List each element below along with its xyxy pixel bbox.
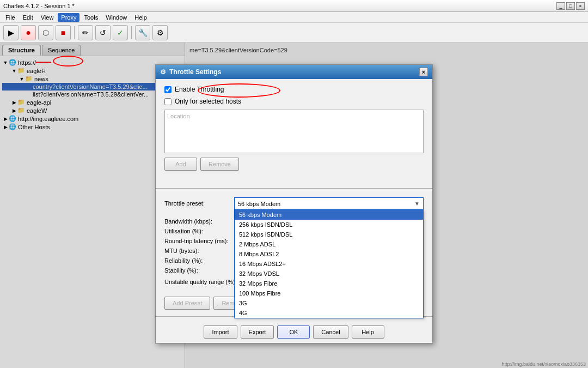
menu-file[interactable]: File: [2, 13, 19, 22]
main-area: Structure Sequence ▼ 🌐 https:// ━━━━ ▼ 📁…: [0, 43, 588, 368]
toolbar: ▶ ● ⬡ ■ ✏ ↺ ✓ 🔧 ⚙: [0, 23, 588, 43]
enable-throttling-label: Enable Throttling: [175, 86, 224, 93]
preset-dropdown-menu: 56 kbps Modem 256 kbps ISDN/DSL 512 kbps…: [234, 209, 424, 318]
only-selected-hosts-row: Only for selected hosts: [164, 98, 424, 105]
preset-option-6[interactable]: 32 Mbps VDSL: [235, 269, 423, 279]
refresh-button[interactable]: ↺: [95, 25, 111, 40]
menu-tools[interactable]: Tools: [81, 13, 101, 22]
title-bar: Charles 4.1.2 - Session 1 * _ □ ×: [0, 0, 588, 12]
dialog-separator-1: [156, 188, 432, 189]
menu-window[interactable]: Window: [102, 13, 130, 22]
location-box: Location: [164, 110, 424, 153]
location-placeholder: Location: [167, 113, 190, 119]
toolbar-separator-1: [74, 26, 75, 39]
menu-help[interactable]: Help: [131, 13, 150, 22]
dialog-title-left: ⚙ Throttle Settings: [160, 68, 221, 76]
preset-option-1[interactable]: 256 kbps ISDN/DSL: [235, 220, 423, 230]
preset-selected-value: 56 kbps Modem: [238, 201, 280, 207]
wrench-button[interactable]: 🔧: [135, 25, 150, 40]
add-remove-btn-row: Add Remove: [164, 158, 424, 171]
minimize-button[interactable]: _: [556, 2, 565, 10]
preset-option-4[interactable]: 8 Mbps ADSL2: [235, 249, 423, 259]
pen-button[interactable]: ✏: [78, 25, 93, 40]
dropdown-arrow-icon: ▼: [414, 201, 420, 207]
help-button[interactable]: Help: [352, 325, 384, 339]
add-location-button[interactable]: Add: [164, 158, 197, 171]
gear-button[interactable]: ⚙: [152, 25, 168, 40]
preset-option-0[interactable]: 56 kbps Modem: [235, 210, 423, 220]
dialog-title-text: Throttle Settings: [169, 68, 221, 76]
throttle-settings-dialog: ⚙ Throttle Settings × Enable Throttling …: [155, 64, 433, 343]
dialog-bottom-buttons: Import Export OK Cancel Help: [156, 321, 432, 343]
preset-option-3[interactable]: 2 Mbps ADSL: [235, 239, 423, 249]
toolbar-separator-2: [131, 26, 132, 39]
preset-option-8[interactable]: 100 Mbps Fibre: [235, 288, 423, 298]
throttle-preset-row: Throttle preset: 56 kbps Modem ▼ 56 kbps…: [156, 193, 432, 214]
throttle-preset-label: Throttle preset:: [164, 200, 230, 207]
check-button[interactable]: ✓: [113, 25, 128, 40]
remove-location-button[interactable]: Remove: [200, 158, 239, 171]
add-preset-button[interactable]: Add Preset: [164, 297, 210, 310]
record-button[interactable]: ●: [21, 25, 36, 40]
preset-option-10[interactable]: 4G: [235, 308, 423, 318]
only-selected-hosts-checkbox[interactable]: [164, 98, 171, 105]
preset-select-wrapper: 56 kbps Modem ▼ 56 kbps Modem 256 kbps I…: [234, 197, 424, 209]
dialog-title-bar: ⚙ Throttle Settings ×: [156, 65, 432, 79]
dialog-close-button[interactable]: ×: [419, 68, 428, 76]
menu-edit[interactable]: Edit: [20, 13, 36, 22]
dialog-body: Enable Throttling Only for selected host…: [156, 79, 432, 184]
cancel-button[interactable]: Cancel: [313, 325, 348, 339]
menu-bar: File Edit View Proxy Tools Window Help: [0, 12, 588, 23]
only-selected-hosts-label: Only for selected hosts: [175, 98, 241, 105]
preset-select-display[interactable]: 56 kbps Modem ▼: [234, 197, 424, 209]
enable-throttling-checkbox[interactable]: [164, 86, 171, 93]
preset-option-7[interactable]: 32 Mbps Fibre: [235, 279, 423, 288]
preset-option-2[interactable]: 512 kbps ISDN/DSL: [235, 230, 423, 239]
throttle-button[interactable]: ⬡: [38, 25, 53, 40]
title-bar-text: Charles 4.1.2 - Session 1 *: [3, 3, 556, 9]
import-button[interactable]: Import: [204, 325, 237, 339]
stop-button[interactable]: ■: [56, 25, 71, 40]
export-button[interactable]: Export: [241, 325, 274, 339]
preset-option-9[interactable]: 3G: [235, 298, 423, 308]
menu-view[interactable]: View: [38, 13, 57, 22]
maximize-button[interactable]: □: [566, 2, 575, 10]
enable-throttling-row: Enable Throttling: [164, 86, 424, 93]
menu-proxy[interactable]: Proxy: [58, 13, 79, 22]
preset-option-5[interactable]: 16 Mbps ADSL2+: [235, 259, 423, 269]
dialog-title-icon: ⚙: [160, 68, 166, 76]
ok-button[interactable]: OK: [277, 325, 310, 339]
start-button[interactable]: ▶: [3, 25, 19, 40]
modal-overlay: ⚙ Throttle Settings × Enable Throttling …: [0, 43, 588, 368]
title-bar-buttons: _ □ ×: [556, 2, 585, 10]
close-button[interactable]: ×: [576, 2, 585, 10]
